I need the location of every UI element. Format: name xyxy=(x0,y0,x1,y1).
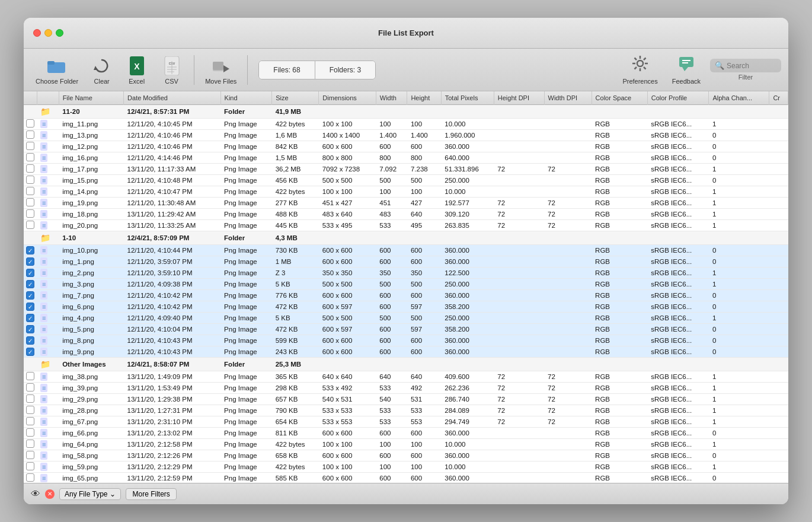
row-checkbox[interactable] xyxy=(24,164,37,175)
table-row[interactable]: ✓≡img_3.png12/11/20, 4:09:38 PMPng Image… xyxy=(24,279,788,290)
row-checkbox[interactable] xyxy=(24,231,37,245)
maximize-button[interactable] xyxy=(56,29,63,37)
table-row[interactable]: ≡img_11.png12/11/20, 4:10:45 PMPng Image… xyxy=(24,119,788,130)
table-row[interactable]: ≡img_65.png13/11/20, 2:12:59 PMPng Image… xyxy=(24,473,788,483)
table-row[interactable]: ✓≡img_1.png12/11/20, 3:59:07 PMPng Image… xyxy=(24,256,788,268)
row-checkbox[interactable]: ✓ xyxy=(24,268,37,279)
table-row[interactable]: ≡img_58.png13/11/20, 2:12:26 PMPng Image… xyxy=(24,450,788,461)
row-checkbox[interactable] xyxy=(24,130,37,141)
col-dimensions[interactable]: Dimensions xyxy=(319,91,376,105)
row-checkbox[interactable]: ✓ xyxy=(24,324,37,335)
table-row[interactable]: ✓≡img_9.png12/11/20, 4:10:43 PMPng Image… xyxy=(24,346,788,358)
row-checkbox[interactable]: ✓ xyxy=(24,301,37,313)
col-alpha[interactable]: Alpha Chan... xyxy=(709,91,769,105)
row-size: 1,5 MB xyxy=(272,152,319,164)
row-checkbox[interactable] xyxy=(24,209,37,220)
choose-folder-button[interactable]: Choose Folder xyxy=(31,53,83,87)
table-row[interactable]: ≡img_64.png13/11/20, 2:12:58 PMPng Image… xyxy=(24,439,788,450)
row-checkbox[interactable]: ✓ xyxy=(24,290,37,301)
table-container[interactable]: File Name Date Modified Kind Size Dimens… xyxy=(24,91,788,483)
table-row[interactable]: ✓≡img_6.png12/11/20, 4:10:42 PMPng Image… xyxy=(24,301,788,313)
col-cr[interactable]: Cr xyxy=(769,91,788,105)
row-checkbox[interactable] xyxy=(24,152,37,164)
row-checkbox[interactable] xyxy=(24,371,37,383)
col-kind[interactable]: Kind xyxy=(220,91,272,105)
col-date[interactable]: Date Modified xyxy=(124,91,221,105)
col-colorprofile[interactable]: Color Profile xyxy=(647,91,709,105)
col-width[interactable]: Width xyxy=(376,91,407,105)
table-row[interactable]: ✓≡img_4.png12/11/20, 4:09:40 PMPng Image… xyxy=(24,313,788,324)
table-row[interactable]: ≡img_38.png13/11/20, 1:49:09 PMPng Image… xyxy=(24,371,788,383)
table-row[interactable]: ≡img_18.png13/11/20, 11:29:42 AMPng Imag… xyxy=(24,209,788,220)
table-row[interactable]: ✓≡img_5.png12/11/20, 4:10:04 PMPng Image… xyxy=(24,324,788,335)
row-checkbox[interactable] xyxy=(24,416,37,428)
table-row[interactable]: ≡img_67.png13/11/20, 2:31:10 PMPng Image… xyxy=(24,416,788,428)
move-files-button[interactable]: Move Files xyxy=(200,53,241,87)
table-row[interactable]: ≡img_39.png13/11/20, 1:53:49 PMPng Image… xyxy=(24,383,788,394)
table-row[interactable]: ✓≡img_8.png12/11/20, 4:10:43 PMPng Image… xyxy=(24,335,788,346)
row-colorspace: RGB xyxy=(592,324,647,335)
row-checkbox[interactable] xyxy=(24,383,37,394)
close-button[interactable] xyxy=(33,29,41,37)
file-type-dropdown[interactable]: Any File Type ⌄ xyxy=(59,488,121,500)
row-colorspace: RGB xyxy=(592,473,647,483)
minimize-button[interactable] xyxy=(44,29,52,37)
statusbar-close-button[interactable]: ✕ xyxy=(45,489,55,499)
table-row[interactable]: ≡img_13.png12/11/20, 4:10:46 PMPng Image… xyxy=(24,130,788,141)
row-checkbox[interactable] xyxy=(24,119,37,130)
col-colorspace[interactable]: Color Space xyxy=(592,91,647,105)
row-checkbox[interactable]: ✓ xyxy=(24,279,37,290)
table-row[interactable]: ≡img_28.png13/11/20, 1:27:31 PMPng Image… xyxy=(24,405,788,416)
row-checkbox[interactable] xyxy=(24,439,37,450)
col-widthdpi[interactable]: Width DPI xyxy=(544,91,592,105)
row-checkbox[interactable] xyxy=(24,450,37,461)
excel-button[interactable]: X Excel xyxy=(120,53,153,87)
row-checkbox[interactable] xyxy=(24,358,37,371)
table-row[interactable]: ≡img_12.png12/11/20, 4:10:46 PMPng Image… xyxy=(24,141,788,152)
search-box[interactable]: 🔍 xyxy=(710,59,781,72)
row-checkbox[interactable] xyxy=(24,394,37,405)
table-row[interactable]: ≡img_19.png12/11/20, 11:30:48 AMPng Imag… xyxy=(24,198,788,209)
table-row[interactable]: 📁1-1012/4/21, 8:57:09 PMFolder4,3 MB xyxy=(24,231,788,245)
table-row[interactable]: ≡img_17.png13/11/20, 11:17:33 AMPng Imag… xyxy=(24,164,788,175)
table-row[interactable]: ✓≡img_2.png12/11/20, 3:59:10 PMPng Image… xyxy=(24,268,788,279)
clear-button[interactable]: Clear xyxy=(85,53,118,87)
feedback-button[interactable]: Feedback xyxy=(667,52,705,87)
table-row[interactable]: ✓≡img_7.png12/11/20, 4:10:42 PMPng Image… xyxy=(24,290,788,301)
row-checkbox[interactable]: ✓ xyxy=(24,346,37,358)
table-row[interactable]: ✓≡img_10.png12/11/20, 4:10:44 PMPng Imag… xyxy=(24,245,788,256)
table-row[interactable]: ≡img_59.png13/11/20, 2:12:29 PMPng Image… xyxy=(24,461,788,473)
table-row[interactable]: ≡img_66.png13/11/20, 2:13:02 PMPng Image… xyxy=(24,428,788,439)
col-heightdpi[interactable]: Height DPI xyxy=(494,91,544,105)
row-checkbox[interactable] xyxy=(24,141,37,152)
eye-icon[interactable]: 👁 xyxy=(31,489,40,499)
col-filename[interactable]: File Name xyxy=(59,91,123,105)
row-checkbox[interactable]: ✓ xyxy=(24,313,37,324)
table-row[interactable]: ≡img_29.png13/11/20, 1:29:38 PMPng Image… xyxy=(24,394,788,405)
table-row[interactable]: ≡img_14.png12/11/20, 4:10:47 PMPng Image… xyxy=(24,186,788,198)
row-checkbox[interactable] xyxy=(24,473,37,483)
row-checkbox[interactable] xyxy=(24,175,37,186)
row-checkbox[interactable] xyxy=(24,405,37,416)
row-checkbox[interactable] xyxy=(24,428,37,439)
row-checkbox[interactable] xyxy=(24,220,37,231)
preferences-button[interactable]: Preferences xyxy=(618,52,662,87)
col-totalpixels[interactable]: Total Pixels xyxy=(441,91,494,105)
row-checkbox[interactable]: ✓ xyxy=(24,245,37,256)
row-checkbox[interactable] xyxy=(24,186,37,198)
row-checkbox[interactable] xyxy=(24,198,37,209)
col-size[interactable]: Size xyxy=(272,91,319,105)
row-checkbox[interactable]: ✓ xyxy=(24,256,37,268)
table-row[interactable]: ≡img_16.png12/11/20, 4:14:46 PMPng Image… xyxy=(24,152,788,164)
row-checkbox[interactable] xyxy=(24,461,37,473)
table-row[interactable]: ≡img_20.png13/11/20, 11:33:25 AMPng Imag… xyxy=(24,220,788,231)
row-checkbox[interactable] xyxy=(24,105,37,119)
table-row[interactable]: 📁11-2012/4/21, 8:57:31 PMFolder41,9 MB xyxy=(24,105,788,119)
table-row[interactable]: ≡img_15.png12/11/20, 4:10:48 PMPng Image… xyxy=(24,175,788,186)
col-height[interactable]: Height xyxy=(407,91,441,105)
table-row[interactable]: 📁Other Images12/4/21, 8:58:07 PMFolder25… xyxy=(24,358,788,371)
row-checkbox[interactable]: ✓ xyxy=(24,335,37,346)
search-input[interactable] xyxy=(727,62,774,70)
csv-button[interactable]: csv CSV xyxy=(155,53,188,87)
more-filters-button[interactable]: More Filters xyxy=(126,488,176,500)
